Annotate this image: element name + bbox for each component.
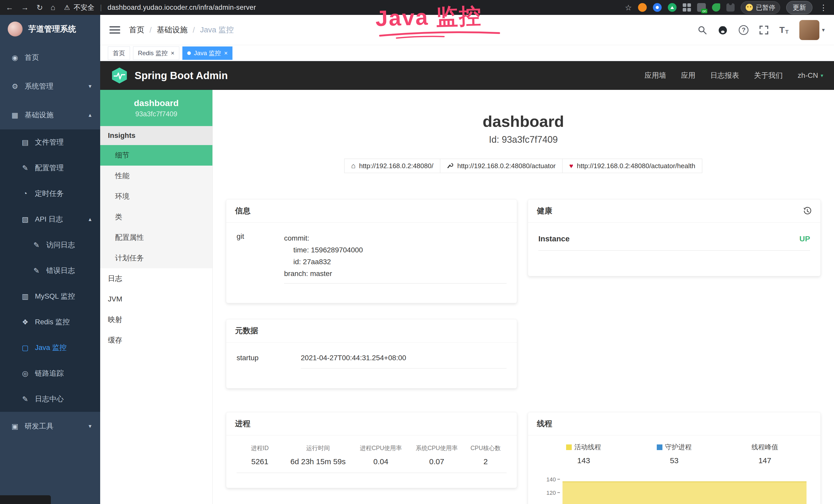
close-icon[interactable]: × (171, 50, 174, 56)
sba-item-caches[interactable]: 缓存 (100, 330, 213, 350)
extension-orange-icon[interactable] (638, 3, 647, 12)
tab-label: Java 监控 (194, 49, 221, 57)
font-size-icon[interactable]: TT (779, 25, 789, 35)
browser-status-bubble (0, 495, 51, 504)
sba-item-metrics[interactable]: 性能 (100, 166, 213, 186)
process-card-title: 进程 (235, 418, 250, 429)
warning-icon: ⚠ (64, 4, 70, 12)
extension-puzzle-icon[interactable] (726, 3, 734, 12)
tab-label: Redis 监控 (138, 49, 168, 57)
sidebar-item-home[interactable]: ◉ 首页 (0, 43, 100, 72)
tab-home[interactable]: 首页 (108, 46, 130, 60)
metadata-card: 元数据 startup 2021-04-27T00:44:31.254+08:0… (226, 319, 517, 388)
sba-language-select[interactable]: zh-CN ▾ (798, 71, 823, 79)
update-button[interactable]: 更新 (786, 1, 812, 14)
threads-legend: 活动线程 143 守护进程 (539, 443, 810, 465)
sidebar-item-label: 错误日志 (46, 266, 75, 275)
chevron-up-icon: ▴ (89, 216, 91, 223)
sba-item-details[interactable]: 细节 (100, 145, 213, 166)
tab-redis-monitor[interactable]: Redis 监控 × (133, 46, 179, 60)
metric-cpu-cores: CPU核心数 2 (465, 444, 506, 466)
sba-item-classes[interactable]: 类 (100, 207, 213, 227)
extension-leaf-icon[interactable] (712, 3, 720, 12)
caret-down-icon: ▾ (822, 27, 825, 33)
sidebar-item-infrastructure[interactable]: ▦ 基础设施 ▴ (0, 101, 100, 130)
sba-brand: Spring Boot Admin (135, 70, 228, 82)
sidebar-item-tracing[interactable]: ◎ 链路追踪 (0, 361, 100, 386)
sidebar-item-api-logs[interactable]: ▧ API 日志 ▴ (0, 206, 100, 232)
fullscreen-icon[interactable] (759, 25, 768, 35)
actuator-url-button[interactable]: http://192.168.0.2:48080/actuator (440, 159, 563, 173)
extension-on-icon[interactable]: on (697, 3, 706, 12)
sba-item-environment[interactable]: 环境 (100, 186, 213, 207)
url-label: http://192.168.0.2:48080/ (359, 162, 433, 170)
sidebar-item-error-logs[interactable]: ✎ 错误日志 (0, 258, 100, 283)
breadcrumb: 首页 / 基础设施 / Java 监控 (129, 25, 234, 35)
sba-nav-applications[interactable]: 应用 (681, 71, 696, 81)
sba-nav-wallboard[interactable]: 应用墙 (645, 71, 666, 81)
sidebar-item-log-center[interactable]: ✎ 日志中心 (0, 386, 100, 412)
tab-label: 首页 (113, 49, 125, 57)
sidebar-item-label: 访问日志 (46, 240, 75, 250)
bookmark-star-icon[interactable]: ☆ (625, 3, 632, 12)
health-url-button[interactable]: ♥ http://192.168.0.2:48080/actuator/heal… (562, 159, 702, 173)
breadcrumb-infrastructure[interactable]: 基础设施 (157, 25, 188, 35)
extension-blue-icon[interactable] (653, 3, 662, 12)
user-menu[interactable]: ▾ (799, 20, 825, 40)
java-monitor-icon: ▢ (21, 344, 30, 352)
threads-card-title: 线程 (537, 418, 552, 429)
browser-menu-icon[interactable]: ⋮ (818, 3, 828, 12)
metric-system-cpu: 系统CPU使用率 0.07 (409, 444, 464, 466)
security-label[interactable]: 不安全 (74, 3, 94, 12)
sidebar-item-label: 链路追踪 (35, 368, 64, 378)
sidebar-item-system[interactable]: ⚙ 系统管理 ▾ (0, 72, 100, 101)
sidebar-item-access-logs[interactable]: ✎ 访问日志 (0, 232, 100, 258)
help-icon[interactable]: ? (739, 25, 748, 35)
instance-url-button[interactable]: ⌂ http://192.168.0.2:48080/ (344, 159, 440, 173)
sba-nav-journal[interactable]: 日志报表 (710, 71, 739, 81)
paused-badge[interactable]: 已暂停 (741, 1, 780, 14)
info-key: git (237, 232, 284, 283)
forward-icon[interactable]: → (21, 3, 29, 12)
sba-item-config-props[interactable]: 配置属性 (100, 227, 213, 248)
hamburger-icon[interactable] (109, 26, 120, 35)
sba-nav-about[interactable]: 关于我们 (754, 71, 783, 81)
url-text[interactable]: dashboard.yudao.iocoder.cn/infra/admin-s… (108, 4, 256, 12)
sidebar-item-config-management[interactable]: ✎ 配置管理 (0, 155, 100, 181)
search-icon[interactable] (698, 25, 707, 35)
infrastructure-icon: ▦ (10, 111, 20, 119)
sba-item-scheduled-tasks[interactable]: 计划任务 (100, 248, 213, 268)
github-icon[interactable] (718, 25, 728, 35)
sba-main: dashboard Id: 93a3fc7f7409 ⌂ http://192.… (213, 90, 834, 504)
toolbox-icon: ▣ (10, 422, 20, 431)
back-icon[interactable]: ← (6, 3, 13, 12)
sidebar-item-scheduled-tasks[interactable]: ◔ 定时任务 (0, 181, 100, 206)
sidebar-item-mysql-monitor[interactable]: ▥ MySQL 监控 (0, 283, 100, 309)
sba-app-block[interactable]: dashboard 93a3fc7f7409 (100, 90, 213, 126)
active-dot (187, 51, 191, 55)
extension-grid-icon[interactable] (683, 3, 691, 12)
sba-item-mappings[interactable]: 映射 (100, 310, 213, 330)
sidebar-item-label: 研发工具 (25, 421, 53, 431)
tab-java-monitor[interactable]: Java 监控 × (182, 46, 233, 60)
sba-item-jvm[interactable]: JVM (100, 289, 213, 310)
sidebar-item-label: 配置管理 (35, 163, 64, 173)
heart-icon: ♥ (569, 162, 573, 170)
history-icon[interactable] (803, 207, 812, 215)
app-logo[interactable]: 芋道管理系统 (0, 15, 100, 43)
sidebar-item-file-management[interactable]: ▤ 文件管理 (0, 130, 100, 155)
extension-green-icon[interactable] (668, 3, 677, 12)
edit-icon: ✎ (32, 241, 41, 249)
home-icon[interactable]: ⌂ (50, 3, 55, 12)
sidebar-item-java-monitor[interactable]: ▢ Java 监控 (0, 335, 100, 361)
metric-pid: 进程ID 5261 (237, 444, 283, 466)
sidebar-item-redis-monitor[interactable]: ❖ Redis 监控 (0, 309, 100, 335)
close-icon[interactable]: × (224, 50, 227, 56)
database-icon: ▥ (21, 292, 30, 301)
address-bar[interactable]: ⚠ 不安全 | dashboard.yudao.iocoder.cn/infra… (64, 3, 256, 12)
sidebar-item-dev-tools[interactable]: ▣ 研发工具 ▾ (0, 412, 100, 441)
sba-item-logs[interactable]: 日志 (100, 268, 213, 289)
sidebar-item-label: 日志中心 (35, 394, 64, 404)
breadcrumb-home[interactable]: 首页 (129, 25, 144, 35)
reload-icon[interactable]: ↻ (37, 3, 43, 12)
